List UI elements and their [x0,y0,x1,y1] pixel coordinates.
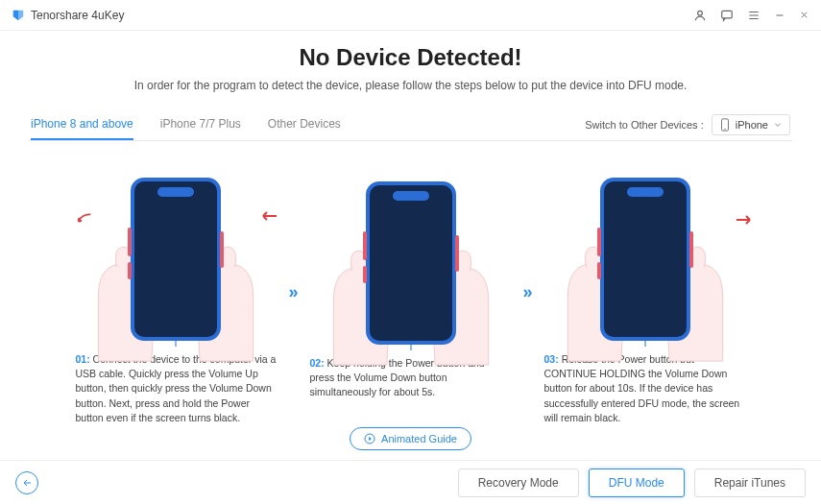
titlebar: Tenorshare 4uKey [0,0,821,31]
arrow-right-icon [735,214,754,228]
step-1-illustration [75,158,277,341]
menu-icon[interactable] [747,9,761,22]
step-1: 01: Connect the device to the computer v… [75,158,277,425]
arrow-left-icon [21,477,33,489]
footer: Recovery Mode DFU Mode Repair iTunes [0,460,821,504]
svg-point-3 [724,129,725,130]
recovery-mode-button[interactable]: Recovery Mode [458,468,579,497]
animated-guide-button[interactable]: Animated Guide [350,427,471,450]
arrow-right-icon [259,210,278,225]
app-logo [12,9,25,22]
user-icon[interactable] [693,9,707,22]
device-type-select[interactable]: iPhone [712,114,790,135]
phone-illustration [366,181,456,345]
back-button[interactable] [15,471,38,494]
arrow-left-icon [73,210,94,230]
dfu-mode-button[interactable]: DFU Mode [589,468,685,497]
phone-icon [720,118,730,132]
page-subtitle: In order for the program to detect the d… [29,79,792,92]
phone-illustration [131,178,221,341]
titlebar-controls [693,9,809,22]
tab-iphone7[interactable]: iPhone 7/7 Plus [160,109,241,140]
repair-itunes-button[interactable]: Repair iTunes [694,468,806,497]
tab-iphone8[interactable]: iPhone 8 and above [31,109,133,140]
close-icon[interactable] [799,10,809,20]
tab-other[interactable]: Other Devices [268,109,341,140]
switch-label: Switch to Other Devices : [585,119,704,131]
step-2-illustration [310,162,512,345]
svg-point-0 [698,11,703,15]
device-tabs-row: iPhone 8 and above iPhone 7/7 Plus Other… [29,109,792,141]
step-2: 02: Keep holding the Power button and pr… [310,162,512,421]
steps-container: 01: Connect the device to the computer v… [29,158,792,425]
step-3-illustration [544,158,746,341]
svg-rect-1 [722,11,733,18]
chevron-down-icon [774,121,782,129]
minimize-icon[interactable] [774,10,785,21]
play-icon [364,433,375,444]
phone-illustration [600,178,690,341]
feedback-icon[interactable] [720,9,734,22]
page-title: No Device Detected! [29,44,792,71]
step-3: 03: Release the Power button but CONTINU… [544,158,746,425]
app-name: Tenorshare 4uKey [31,9,124,22]
